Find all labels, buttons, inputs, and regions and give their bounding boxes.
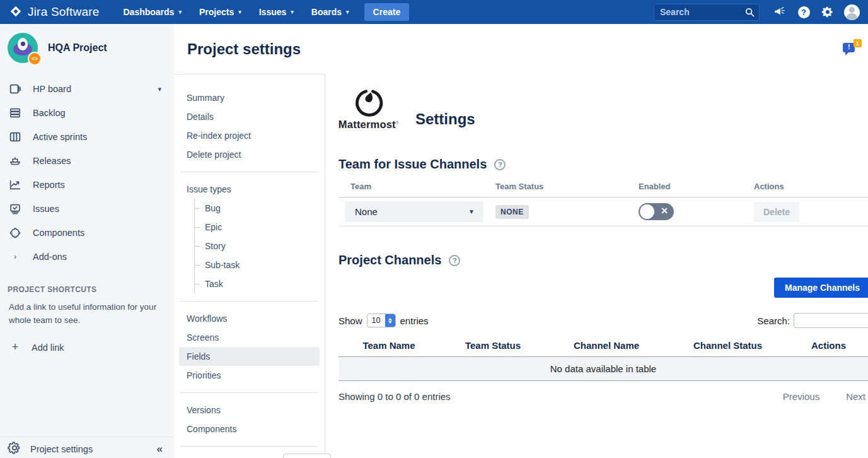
help-icon[interactable]: ?: [449, 255, 460, 266]
menu-item-bug[interactable]: Bug: [195, 199, 325, 218]
sidebar-nav: HP board ▾ Backlog Active sprints: [0, 77, 174, 269]
add-link-button[interactable]: + Add link: [8, 341, 166, 354]
sidebar-item-components[interactable]: Components: [0, 221, 174, 245]
column-header-actions: Actions: [754, 178, 868, 197]
plugin-notification-icon[interactable]: ! 1: [843, 39, 862, 57]
team-section-title: Team for Issue Channels: [339, 157, 487, 172]
delete-button[interactable]: Delete: [754, 202, 799, 222]
user-avatar[interactable]: [842, 2, 862, 22]
team-select-value: None: [355, 206, 468, 217]
settings-menu: Summary Details Re-index project Delete …: [174, 74, 325, 458]
menu-item-components[interactable]: Components: [174, 420, 325, 438]
menu-item-reindex[interactable]: Re-index project: [174, 126, 325, 145]
sidebar-item-active-sprints[interactable]: Active sprints: [0, 125, 174, 149]
issues-tray-icon: [8, 202, 23, 216]
menu-item-versions[interactable]: Versions: [174, 401, 325, 420]
column-header-actions[interactable]: Actions: [789, 336, 868, 357]
nav-projects[interactable]: Projects▾: [192, 3, 249, 21]
search-input[interactable]: [654, 4, 760, 21]
menu-item-priorities[interactable]: Priorities: [174, 366, 325, 385]
column-header-enabled: Enabled: [639, 178, 754, 197]
sidebar-item-label: HP board: [33, 84, 148, 94]
quick-search: [654, 4, 760, 21]
mattermost-header: Mattermost® Settings: [339, 88, 868, 131]
menu-item-fields[interactable]: Fields: [179, 347, 320, 366]
sidebar-item-issues[interactable]: Issues: [0, 197, 174, 221]
sidebar-footer-project-settings[interactable]: Project settings «: [0, 437, 174, 458]
menu-item-workflows[interactable]: Workflows: [174, 309, 325, 328]
jira-logo[interactable]: Jira Software: [9, 5, 99, 19]
project-sidebar: <> HQA Project HP board ▾ Backlog: [0, 24, 174, 458]
table-search-input[interactable]: [794, 313, 868, 328]
help-icon[interactable]: ?: [794, 2, 814, 22]
chevron-down-icon[interactable]: ▾: [158, 85, 166, 93]
menu-item-screens[interactable]: Screens: [174, 328, 325, 347]
search-icon[interactable]: [745, 8, 755, 17]
menu-item-subtask[interactable]: Sub-task: [195, 255, 325, 274]
menu-item-story[interactable]: Story: [195, 237, 325, 255]
sidebar-item-label: Add-ons: [33, 252, 166, 262]
chevron-down-icon: ▼: [468, 208, 475, 215]
team-select-dropdown[interactable]: None ▼: [345, 201, 483, 222]
project-name: HQA Project: [48, 42, 107, 54]
menu-item-summary[interactable]: Summary: [174, 88, 325, 107]
search-label: Search:: [757, 315, 790, 326]
menu-item-delete-project[interactable]: Delete project: [174, 145, 325, 164]
ship-icon: [8, 154, 23, 168]
notification-badge: 1: [854, 39, 862, 47]
menu-item-details[interactable]: Details: [174, 107, 325, 126]
sidebar-item-reports[interactable]: Reports: [0, 173, 174, 197]
issue-types-tree: Bug Epic Story Sub-task Task: [194, 199, 325, 293]
next-page-button[interactable]: Next: [846, 391, 868, 402]
sprints-board-icon: [8, 130, 23, 144]
column-header-channel-status[interactable]: Channel Status: [666, 336, 789, 357]
column-header-team-name[interactable]: Team Name: [339, 336, 439, 357]
footer-label: Project settings: [30, 444, 148, 454]
sidebar-item-backlog[interactable]: Backlog: [0, 101, 174, 125]
sidebar-item-addons[interactable]: › Add-ons: [0, 245, 174, 269]
menu-item-issue-types[interactable]: Issue types: [174, 180, 325, 199]
gear-icon[interactable]: [818, 2, 838, 22]
channels-section-header: Project Channels ?: [339, 253, 868, 267]
collapse-sidebar-icon[interactable]: «: [157, 443, 166, 455]
create-button[interactable]: Create: [364, 3, 410, 21]
chart-icon: [8, 178, 23, 192]
team-section-header: Team for Issue Channels ?: [339, 157, 868, 172]
pagination: Previous Next: [783, 391, 868, 402]
sidebar-item-releases[interactable]: Releases: [0, 149, 174, 173]
backlog-icon: [8, 106, 23, 120]
manage-channels-button[interactable]: Manage Channels: [774, 278, 868, 298]
column-header-channel-name[interactable]: Channel Name: [547, 336, 666, 357]
settings-heading: Settings: [415, 110, 475, 131]
project-avatar[interactable]: <>: [8, 33, 38, 63]
enabled-toggle[interactable]: ✕: [639, 203, 674, 220]
page-size-value: 10: [367, 316, 385, 325]
nav-dashboards[interactable]: Dashboards▾: [115, 3, 188, 21]
sidebar-item-board[interactable]: HP board ▾: [0, 77, 174, 101]
channels-table: Team Name Team Status Channel Name Chann…: [339, 336, 868, 381]
manage-row: Manage Channels: [339, 278, 868, 298]
page-header: Project settings ! 1: [174, 24, 868, 74]
help-icon[interactable]: ?: [494, 159, 506, 170]
software-project-badge-icon: <>: [28, 52, 42, 66]
jira-app: Jira Software Dashboards▾ Projects▾ Issu…: [0, 0, 868, 458]
nav-issues[interactable]: Issues▾: [252, 3, 301, 21]
show-label: Show: [339, 315, 362, 326]
announcements-icon[interactable]: [770, 2, 790, 22]
table-row: None ▼ NONE ✕: [339, 197, 868, 226]
board-icon: [8, 82, 23, 96]
menu-item-epic[interactable]: Epic: [195, 218, 325, 237]
entries-summary: Showing 0 to 0 of 0 entries: [339, 391, 451, 402]
gear-icon: [8, 441, 21, 457]
team-table: Team Team Status Enabled Actions None: [339, 178, 868, 226]
menu-item-task[interactable]: Task: [195, 274, 325, 293]
chevron-right-icon: ›: [8, 252, 23, 261]
page-size-select[interactable]: 10: [367, 314, 396, 327]
column-header-team-status[interactable]: Team Status: [439, 336, 547, 357]
nav-boards[interactable]: Boards▾: [304, 3, 357, 21]
divider: [180, 172, 318, 172]
previous-page-button[interactable]: Previous: [783, 391, 827, 402]
empty-message: No data available in table: [339, 357, 868, 381]
project-shortcuts-description: Add a link to useful information for you…: [9, 300, 165, 327]
brand-name: Jira Software: [28, 5, 99, 19]
